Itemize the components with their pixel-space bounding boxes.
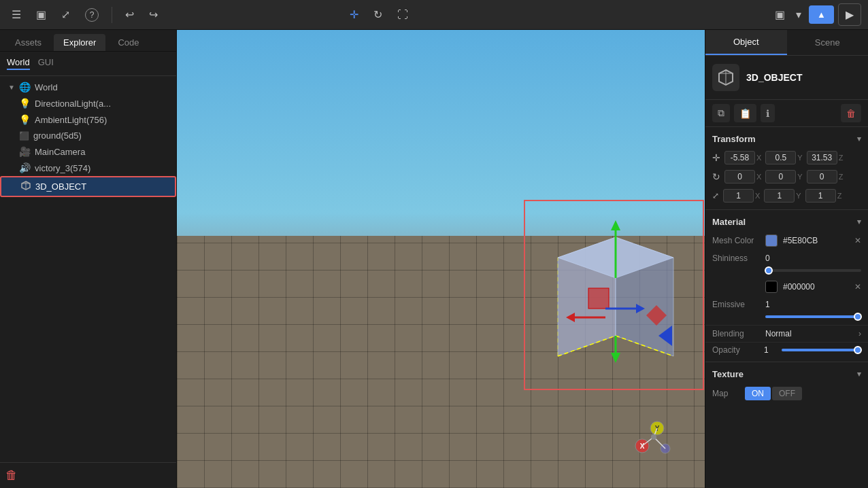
map-on-button[interactable]: ON xyxy=(745,387,771,400)
rot-x-label: X xyxy=(756,173,761,181)
move-button[interactable]: ✛ xyxy=(345,5,363,24)
tab-assets[interactable]: Assets xyxy=(5,34,51,51)
tree-item-ground[interactable]: ⬛ ground(5d5) xyxy=(0,128,176,143)
tree-item-directional[interactable]: 💡 DirectionalLight(a... xyxy=(0,95,176,111)
delete-object-button[interactable]: 🗑 xyxy=(841,104,861,122)
left-subtabs: World GUI xyxy=(0,52,176,76)
rot-y-input[interactable] xyxy=(765,170,796,184)
opacity-slider[interactable] xyxy=(782,349,861,351)
map-off-button[interactable]: OFF xyxy=(772,387,802,400)
svg-marker-19 xyxy=(611,353,620,363)
rot-x-input[interactable] xyxy=(724,170,755,184)
gizmo-corner: Y X xyxy=(630,413,671,454)
menu-icon: ☰ xyxy=(12,8,21,21)
delete-scene-item-button[interactable]: 🗑 xyxy=(5,468,18,483)
position-row: ✛ X Y Z xyxy=(705,148,868,167)
object-icon xyxy=(712,64,739,91)
scale-z-input[interactable] xyxy=(805,189,836,203)
toolbar-right: ▣ ▾ ▲ ▶ xyxy=(771,3,861,26)
toolbar-center: ✛ ↻ ⛶ xyxy=(345,5,413,24)
help-button[interactable]: ? xyxy=(80,5,103,25)
pos-x-label: X xyxy=(756,154,761,162)
opacity-value: 1 xyxy=(764,345,778,355)
tab-explorer[interactable]: Explorer xyxy=(54,34,105,51)
transform-label: Transform xyxy=(712,134,756,144)
expand2-icon: ⛶ xyxy=(397,9,408,21)
tree-item-audio[interactable]: 🔊 victory_3(574) xyxy=(0,160,176,176)
opacity-label: Opacity xyxy=(712,345,760,355)
shininess-slider[interactable] xyxy=(765,269,861,272)
play-button[interactable]: ▶ xyxy=(838,3,861,26)
duplicate-button[interactable]: ⧉ xyxy=(712,104,730,122)
viewport[interactable]: Y X xyxy=(177,30,705,488)
expand2-button[interactable]: ⛶ xyxy=(393,5,413,24)
rot-z-input[interactable] xyxy=(807,170,837,184)
rotate-button[interactable]: ↻ xyxy=(369,5,387,24)
pos-z-input[interactable] xyxy=(807,151,837,164)
tree-item-ambient-label: AmbientLight(756) xyxy=(35,115,171,125)
subtab-gui[interactable]: GUI xyxy=(38,57,54,70)
tab-code[interactable]: Code xyxy=(108,34,148,51)
scale-icon: ⤢ xyxy=(712,191,719,201)
expand-arrow-icon: ▼ xyxy=(8,84,15,91)
material-chevron-icon: ▾ xyxy=(857,217,861,226)
emissive-row: Emissive 1 xyxy=(705,296,868,313)
pos-y-input[interactable] xyxy=(765,151,796,164)
tree-item-camera[interactable]: 🎥 MainCamera xyxy=(0,143,176,160)
tree-item-world-label: World xyxy=(35,82,171,92)
play-icon: ▶ xyxy=(846,9,854,20)
object3d-icon xyxy=(20,180,31,193)
upload-button[interactable]: ▲ xyxy=(809,5,834,24)
delete-icon: 🗑 xyxy=(5,468,18,482)
left-panel: Assets Explorer Code World GUI ▼ 🌐 World… xyxy=(0,30,177,488)
tab-object[interactable]: Object xyxy=(705,30,787,55)
transform-section-header[interactable]: Transform ▾ xyxy=(705,127,868,148)
subtab-world[interactable]: World xyxy=(7,57,30,70)
undo-button[interactable]: ↩ xyxy=(120,5,139,24)
shininess-label: Shininess xyxy=(712,254,760,263)
emissive-color-clear-button[interactable]: ✕ xyxy=(854,282,861,292)
shininess-slider-row xyxy=(705,266,868,275)
blending-row[interactable]: Blending Normal › xyxy=(705,325,868,343)
redo-button[interactable]: ↪ xyxy=(144,5,163,24)
gizmo-svg: Y X xyxy=(630,413,678,461)
audio-icon: 🔊 xyxy=(19,162,31,173)
tree-item-world[interactable]: ▼ 🌐 World xyxy=(0,79,176,95)
scale-y-input[interactable] xyxy=(764,189,795,203)
panel-arrow-button[interactable]: ▾ xyxy=(792,5,805,24)
tree-item-directional-label: DirectionalLight(a... xyxy=(35,99,171,109)
emissive-color-value: #000000 xyxy=(783,282,849,292)
svg-text:X: X xyxy=(640,442,645,450)
mesh-color-swatch[interactable] xyxy=(765,234,778,247)
svg-rect-9 xyxy=(588,288,609,309)
tree-item-ambient[interactable]: 💡 AmbientLight(756) xyxy=(0,111,176,128)
texture-chevron-icon: ▾ xyxy=(857,370,861,379)
emissive-color-swatch[interactable] xyxy=(765,281,778,293)
scale-row: ⤢ X Y Z xyxy=(705,186,868,205)
material-section-header[interactable]: Material ▾ xyxy=(705,209,868,231)
object-name: 3D_OBJECT xyxy=(746,72,802,83)
layout-button[interactable]: ▣ xyxy=(31,5,51,24)
layout-icon: ▣ xyxy=(36,8,46,21)
pos-x-input[interactable] xyxy=(724,151,755,164)
texture-section-header[interactable]: Texture ▾ xyxy=(705,362,868,383)
tab-scene[interactable]: Scene xyxy=(787,30,869,55)
scale-z-label: Z xyxy=(837,192,842,200)
emissive-slider[interactable] xyxy=(765,315,861,318)
info-icon: ℹ xyxy=(766,108,769,119)
copy-button[interactable]: 📋 xyxy=(734,104,756,122)
opacity-row: Opacity 1 xyxy=(705,343,868,358)
tree-item-3dobject[interactable]: 3D_OBJECT xyxy=(0,176,176,197)
delete-icon: 🗑 xyxy=(846,108,856,119)
blending-value: Normal xyxy=(765,329,853,338)
tree-item-camera-label: MainCamera xyxy=(35,147,171,157)
menu-button[interactable]: ☰ xyxy=(7,5,26,24)
separator-1 xyxy=(112,7,112,23)
panel-toggle-button[interactable]: ▣ xyxy=(771,5,788,24)
info-button[interactable]: ℹ xyxy=(761,104,775,122)
scale-x-label: X xyxy=(755,192,760,200)
mesh-color-clear-button[interactable]: ✕ xyxy=(854,236,861,245)
scale-x-input[interactable] xyxy=(723,189,754,203)
left-bottom: 🗑 xyxy=(0,462,176,488)
expand-button[interactable]: ⤢ xyxy=(56,5,75,24)
